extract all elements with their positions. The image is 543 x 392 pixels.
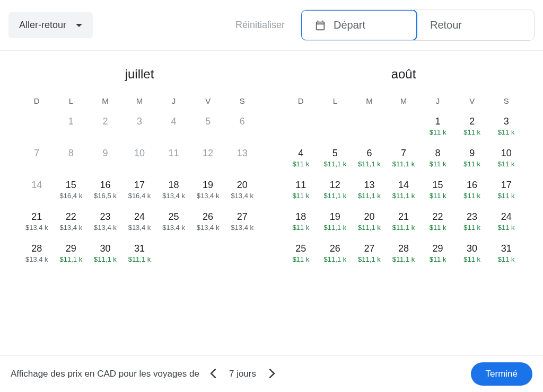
calendar-day[interactable]: 26$13,4 k: [191, 208, 225, 240]
day-number: 22: [55, 211, 88, 222]
done-button[interactable]: Terminé: [471, 362, 532, 386]
calendar-day[interactable]: 25$13,4 k: [157, 208, 190, 240]
calendar-day[interactable]: 1$11 k: [421, 113, 454, 145]
calendar-day[interactable]: 10$11 k: [489, 145, 523, 176]
calendar-day[interactable]: 29$11,1 k: [55, 240, 88, 272]
calendar-day[interactable]: 27$13,4 k: [225, 208, 259, 240]
calendar-day[interactable]: 18$11 k: [284, 208, 318, 240]
calendar-day[interactable]: 15$11 k: [421, 176, 454, 208]
day-price: $16,5 k: [89, 192, 122, 200]
empty-day: [191, 240, 225, 272]
return-field[interactable]: Retour: [417, 10, 534, 40]
day-number: 14: [20, 180, 54, 191]
trip-type-select[interactable]: Aller-retour: [8, 12, 93, 38]
calendar-day[interactable]: 24$11 k: [489, 208, 523, 240]
calendar-day[interactable]: 17$11 k: [489, 176, 523, 208]
day-price: $11 k: [421, 160, 454, 168]
day-price: $11 k: [284, 160, 318, 168]
calendar-day[interactable]: 23$11 k: [456, 208, 489, 240]
calendar-day[interactable]: 13$11,1 k: [353, 176, 386, 208]
day-number: 20: [225, 180, 259, 191]
day-of-week-header: M: [387, 92, 421, 113]
day-number: 27: [353, 243, 386, 254]
calendar-day[interactable]: 27$11,1 k: [353, 240, 386, 272]
day-number: 27: [225, 211, 259, 222]
day-price: $11 k: [489, 192, 523, 200]
day-price: $11,1 k: [353, 255, 386, 263]
month: aoûtDLMMJVS1$11 k2$11 k3$11 k4$11 k5$11,…: [284, 67, 523, 272]
calendar-day[interactable]: 9$11 k: [456, 145, 489, 176]
calendar-day[interactable]: 4$11 k: [284, 145, 318, 176]
calendar-day[interactable]: 28$11,1 k: [387, 240, 421, 272]
calendar-day[interactable]: 3$11 k: [489, 113, 523, 145]
calendar-day[interactable]: 16$11 k: [456, 176, 489, 208]
calendar-day[interactable]: 19$11,1 k: [319, 208, 352, 240]
calendar-day: 14: [20, 176, 54, 208]
duration-label: 7 jours: [227, 369, 258, 379]
prev-duration-button[interactable]: [205, 366, 222, 383]
day-number: 14: [387, 180, 421, 191]
calendar-day[interactable]: 20$11,1 k: [353, 208, 386, 240]
day-price: $11 k: [421, 224, 454, 231]
calendar-day[interactable]: 7$11,1 k: [387, 145, 421, 176]
day-number: 25: [157, 211, 190, 222]
calendar-day[interactable]: 22$11 k: [421, 208, 454, 240]
calendar-day[interactable]: 20$13,4 k: [225, 176, 259, 208]
empty-day: [319, 113, 352, 145]
calendar-day: 13: [225, 145, 259, 176]
calendar-day[interactable]: 11$11 k: [284, 176, 318, 208]
calendar-day: 5: [191, 113, 225, 145]
calendar-day[interactable]: 24$13,4 k: [123, 208, 156, 240]
calendar-day[interactable]: 30$11,1 k: [89, 240, 122, 272]
day-price: $11 k: [456, 224, 489, 231]
calendar-day[interactable]: 6$11,1 k: [353, 145, 386, 176]
day-number: 15: [55, 180, 88, 191]
day-of-week-header: M: [89, 92, 122, 113]
calendar-day[interactable]: 12$11,1 k: [319, 176, 352, 208]
day-price: $16,4 k: [123, 192, 156, 200]
day-number: 21: [387, 211, 421, 222]
day-number: 1: [55, 116, 88, 127]
calendar-day[interactable]: 18$13,4 k: [157, 176, 190, 208]
day-number: 26: [191, 211, 225, 222]
calendar-day[interactable]: 17$16,4 k: [123, 176, 156, 208]
day-number: 2: [89, 116, 122, 127]
day-number: 28: [20, 243, 54, 254]
day-price: $11,1 k: [353, 224, 386, 231]
day-number: 7: [20, 148, 54, 159]
calendar-day[interactable]: 23$13,4 k: [89, 208, 122, 240]
calendar-day[interactable]: 21$13,4 k: [20, 208, 54, 240]
next-duration-button[interactable]: [264, 366, 281, 383]
calendar-day[interactable]: 30$11 k: [456, 240, 489, 272]
day-number: 17: [123, 180, 156, 191]
calendar-day[interactable]: 16$16,5 k: [89, 176, 122, 208]
calendar-day[interactable]: 8$11 k: [421, 145, 454, 176]
day-price: $11,1 k: [353, 160, 386, 168]
calendar-day[interactable]: 22$13,4 k: [55, 208, 88, 240]
calendar-day[interactable]: 5$11,1 k: [319, 145, 352, 176]
depart-field[interactable]: Départ: [301, 10, 417, 41]
day-price: $13,4 k: [225, 224, 259, 231]
day-number: 5: [319, 148, 352, 159]
day-number: 10: [123, 148, 156, 159]
day-price: $13,4 k: [157, 224, 190, 231]
calendar-day[interactable]: 28$13,4 k: [20, 240, 54, 272]
calendar-day[interactable]: 14$11,1 k: [387, 176, 421, 208]
day-number: 23: [456, 211, 489, 222]
calendar-day[interactable]: 25$11 k: [284, 240, 318, 272]
calendar-day[interactable]: 21$11,1 k: [387, 208, 421, 240]
trip-type-label: Aller-retour: [19, 20, 66, 31]
calendar-day[interactable]: 15$16,4 k: [55, 176, 88, 208]
day-number: 28: [387, 243, 421, 254]
calendar-day[interactable]: 2$11 k: [456, 113, 489, 145]
calendar-day[interactable]: 29$11 k: [421, 240, 454, 272]
calendar-day[interactable]: 31$11 k: [489, 240, 523, 272]
empty-day: [387, 113, 421, 145]
calendar-day[interactable]: 26$11,1 k: [319, 240, 352, 272]
calendar-day[interactable]: 19$13,4 k: [191, 176, 225, 208]
day-price: $13,4 k: [89, 224, 122, 231]
day-price: $11 k: [456, 128, 489, 136]
day-number: 19: [191, 180, 225, 191]
day-number: 29: [55, 243, 88, 254]
calendar-day[interactable]: 31$11,1 k: [123, 240, 156, 272]
